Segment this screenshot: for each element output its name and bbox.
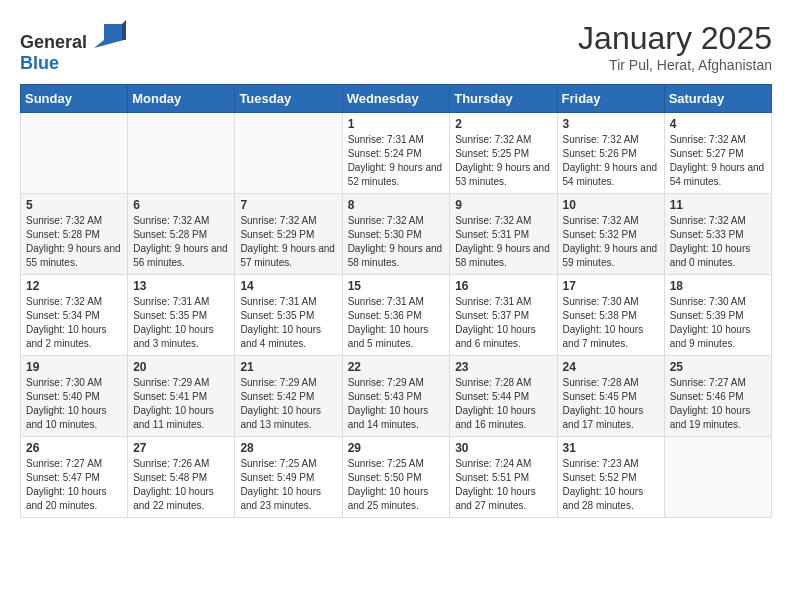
calendar-subtitle: Tir Pul, Herat, Afghanistan [578,57,772,73]
weekday-header-wednesday: Wednesday [342,85,450,113]
day-number: 31 [563,441,659,455]
calendar-week-5: 26Sunrise: 7:27 AMSunset: 5:47 PMDayligh… [21,437,772,518]
day-number: 19 [26,360,122,374]
calendar-cell: 17Sunrise: 7:30 AMSunset: 5:38 PMDayligh… [557,275,664,356]
day-number: 30 [455,441,551,455]
day-number: 4 [670,117,766,131]
day-info: Sunrise: 7:26 AMSunset: 5:48 PMDaylight:… [133,457,229,513]
day-number: 1 [348,117,445,131]
title-section: January 2025 Tir Pul, Herat, Afghanistan [578,20,772,73]
day-info: Sunrise: 7:24 AMSunset: 5:51 PMDaylight:… [455,457,551,513]
day-info: Sunrise: 7:27 AMSunset: 5:46 PMDaylight:… [670,376,766,432]
day-info: Sunrise: 7:31 AMSunset: 5:35 PMDaylight:… [133,295,229,351]
day-number: 15 [348,279,445,293]
calendar-cell: 16Sunrise: 7:31 AMSunset: 5:37 PMDayligh… [450,275,557,356]
calendar-cell [21,113,128,194]
day-number: 8 [348,198,445,212]
calendar-cell: 12Sunrise: 7:32 AMSunset: 5:34 PMDayligh… [21,275,128,356]
day-info: Sunrise: 7:25 AMSunset: 5:50 PMDaylight:… [348,457,445,513]
day-info: Sunrise: 7:29 AMSunset: 5:42 PMDaylight:… [240,376,336,432]
calendar-cell: 22Sunrise: 7:29 AMSunset: 5:43 PMDayligh… [342,356,450,437]
day-info: Sunrise: 7:29 AMSunset: 5:43 PMDaylight:… [348,376,445,432]
weekday-header-saturday: Saturday [664,85,771,113]
calendar-cell: 20Sunrise: 7:29 AMSunset: 5:41 PMDayligh… [128,356,235,437]
calendar-cell: 27Sunrise: 7:26 AMSunset: 5:48 PMDayligh… [128,437,235,518]
day-number: 21 [240,360,336,374]
calendar-cell: 30Sunrise: 7:24 AMSunset: 5:51 PMDayligh… [450,437,557,518]
day-info: Sunrise: 7:25 AMSunset: 5:49 PMDaylight:… [240,457,336,513]
day-number: 18 [670,279,766,293]
calendar-table: SundayMondayTuesdayWednesdayThursdayFrid… [20,84,772,518]
day-info: Sunrise: 7:32 AMSunset: 5:29 PMDaylight:… [240,214,336,270]
calendar-cell: 24Sunrise: 7:28 AMSunset: 5:45 PMDayligh… [557,356,664,437]
day-info: Sunrise: 7:32 AMSunset: 5:34 PMDaylight:… [26,295,122,351]
calendar-week-2: 5Sunrise: 7:32 AMSunset: 5:28 PMDaylight… [21,194,772,275]
day-info: Sunrise: 7:28 AMSunset: 5:45 PMDaylight:… [563,376,659,432]
calendar-cell: 8Sunrise: 7:32 AMSunset: 5:30 PMDaylight… [342,194,450,275]
calendar-cell: 13Sunrise: 7:31 AMSunset: 5:35 PMDayligh… [128,275,235,356]
calendar-cell: 31Sunrise: 7:23 AMSunset: 5:52 PMDayligh… [557,437,664,518]
day-number: 26 [26,441,122,455]
day-number: 3 [563,117,659,131]
day-number: 14 [240,279,336,293]
day-info: Sunrise: 7:32 AMSunset: 5:25 PMDaylight:… [455,133,551,189]
day-info: Sunrise: 7:32 AMSunset: 5:27 PMDaylight:… [670,133,766,189]
day-info: Sunrise: 7:31 AMSunset: 5:36 PMDaylight:… [348,295,445,351]
day-number: 17 [563,279,659,293]
day-number: 27 [133,441,229,455]
day-number: 28 [240,441,336,455]
day-info: Sunrise: 7:29 AMSunset: 5:41 PMDaylight:… [133,376,229,432]
calendar-cell: 10Sunrise: 7:32 AMSunset: 5:32 PMDayligh… [557,194,664,275]
logo-general: General [20,32,87,52]
calendar-week-4: 19Sunrise: 7:30 AMSunset: 5:40 PMDayligh… [21,356,772,437]
day-number: 24 [563,360,659,374]
calendar-week-1: 1Sunrise: 7:31 AMSunset: 5:24 PMDaylight… [21,113,772,194]
weekday-header-thursday: Thursday [450,85,557,113]
day-info: Sunrise: 7:30 AMSunset: 5:38 PMDaylight:… [563,295,659,351]
day-info: Sunrise: 7:32 AMSunset: 5:28 PMDaylight:… [26,214,122,270]
weekday-header-row: SundayMondayTuesdayWednesdayThursdayFrid… [21,85,772,113]
day-info: Sunrise: 7:32 AMSunset: 5:31 PMDaylight:… [455,214,551,270]
calendar-cell [664,437,771,518]
calendar-cell: 28Sunrise: 7:25 AMSunset: 5:49 PMDayligh… [235,437,342,518]
calendar-cell [128,113,235,194]
calendar-cell: 11Sunrise: 7:32 AMSunset: 5:33 PMDayligh… [664,194,771,275]
day-number: 11 [670,198,766,212]
weekday-header-friday: Friday [557,85,664,113]
svg-marker-2 [94,40,124,48]
day-number: 20 [133,360,229,374]
calendar-cell: 4Sunrise: 7:32 AMSunset: 5:27 PMDaylight… [664,113,771,194]
calendar-cell: 6Sunrise: 7:32 AMSunset: 5:28 PMDaylight… [128,194,235,275]
day-info: Sunrise: 7:31 AMSunset: 5:35 PMDaylight:… [240,295,336,351]
weekday-header-sunday: Sunday [21,85,128,113]
weekday-header-monday: Monday [128,85,235,113]
day-number: 9 [455,198,551,212]
day-info: Sunrise: 7:31 AMSunset: 5:37 PMDaylight:… [455,295,551,351]
day-number: 5 [26,198,122,212]
day-number: 6 [133,198,229,212]
calendar-cell: 7Sunrise: 7:32 AMSunset: 5:29 PMDaylight… [235,194,342,275]
svg-marker-1 [122,20,126,40]
calendar-cell: 9Sunrise: 7:32 AMSunset: 5:31 PMDaylight… [450,194,557,275]
day-info: Sunrise: 7:31 AMSunset: 5:24 PMDaylight:… [348,133,445,189]
calendar-cell: 18Sunrise: 7:30 AMSunset: 5:39 PMDayligh… [664,275,771,356]
calendar-cell: 2Sunrise: 7:32 AMSunset: 5:25 PMDaylight… [450,113,557,194]
svg-marker-0 [104,24,124,40]
day-info: Sunrise: 7:27 AMSunset: 5:47 PMDaylight:… [26,457,122,513]
day-number: 23 [455,360,551,374]
logo-text: General Blue [20,20,126,74]
calendar-cell: 25Sunrise: 7:27 AMSunset: 5:46 PMDayligh… [664,356,771,437]
day-number: 22 [348,360,445,374]
day-info: Sunrise: 7:32 AMSunset: 5:33 PMDaylight:… [670,214,766,270]
calendar-cell: 23Sunrise: 7:28 AMSunset: 5:44 PMDayligh… [450,356,557,437]
calendar-cell: 26Sunrise: 7:27 AMSunset: 5:47 PMDayligh… [21,437,128,518]
logo: General Blue [20,20,126,74]
day-number: 10 [563,198,659,212]
day-number: 29 [348,441,445,455]
calendar-cell: 3Sunrise: 7:32 AMSunset: 5:26 PMDaylight… [557,113,664,194]
day-number: 13 [133,279,229,293]
day-info: Sunrise: 7:30 AMSunset: 5:39 PMDaylight:… [670,295,766,351]
day-info: Sunrise: 7:32 AMSunset: 5:28 PMDaylight:… [133,214,229,270]
calendar-cell: 15Sunrise: 7:31 AMSunset: 5:36 PMDayligh… [342,275,450,356]
calendar-cell: 1Sunrise: 7:31 AMSunset: 5:24 PMDaylight… [342,113,450,194]
